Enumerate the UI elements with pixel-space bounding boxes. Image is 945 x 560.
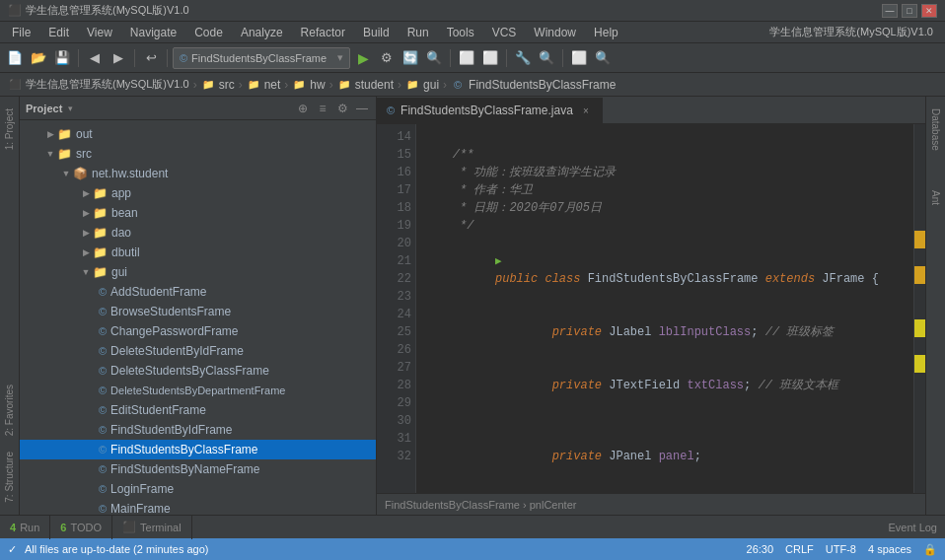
code-line-15: /** bbox=[424, 146, 906, 164]
side-tab-ant[interactable]: Ant bbox=[928, 182, 943, 213]
editor-tab[interactable]: © FindStudentsByClassFrame.java × bbox=[377, 98, 604, 123]
tree-item-MainFrame[interactable]: © MainFrame bbox=[20, 499, 376, 515]
code-content[interactable]: /** * 功能：按班级查询学生记录 * 作者：华卫 * 日期：2020年07月… bbox=[416, 124, 913, 493]
gutter-blank2 bbox=[914, 248, 925, 266]
code-footer: FindStudentsByClassFrame › pnlCenter bbox=[377, 493, 925, 515]
status-bar: ✓ All files are up-to-date (2 minutes ag… bbox=[0, 538, 945, 560]
gutter-blank3 bbox=[914, 284, 925, 319]
tree-item-ChangePasswordFrame[interactable]: © ChangePasswordFrame bbox=[20, 321, 376, 341]
close-btn[interactable]: ✕ bbox=[921, 4, 937, 18]
panel-settings-icon[interactable]: ⚙ bbox=[334, 101, 350, 116]
breadcrumb-student[interactable]: student bbox=[355, 78, 394, 92]
tree-item-FindStudentsByNameFrame[interactable]: © FindStudentsByNameFrame bbox=[20, 459, 376, 479]
tree-label: DeleteStudentsByClassFrame bbox=[110, 364, 269, 378]
tree-label: dbutil bbox=[111, 245, 140, 259]
tree-item-DeleteStudentsByClassFrame[interactable]: © DeleteStudentsByClassFrame bbox=[20, 361, 376, 381]
tree-item-DeleteStudentsByDepartmentFrame[interactable]: © DeleteStudentsByDepartmentFrame bbox=[20, 381, 376, 400]
menu-run[interactable]: Run bbox=[400, 24, 437, 41]
menu-navigate[interactable]: Navigate bbox=[122, 24, 184, 41]
menu-analyze[interactable]: Analyze bbox=[233, 24, 291, 41]
run-tab[interactable]: 4 Run bbox=[0, 516, 50, 539]
side-tab-project[interactable]: 1: Project bbox=[2, 101, 17, 158]
toolbar-back-btn[interactable]: ◀ bbox=[84, 47, 106, 69]
breadcrumb-sep5: › bbox=[398, 78, 401, 92]
tree-item-LoginFrame[interactable]: © LoginFrame bbox=[20, 479, 376, 499]
run-config-dropdown[interactable]: © FindStudentsByClassFrame ▾ bbox=[173, 47, 350, 69]
expand-icon: ▼ bbox=[79, 267, 93, 277]
tab-close-btn[interactable]: × bbox=[579, 104, 593, 117]
breadcrumb-gui[interactable]: gui bbox=[423, 78, 439, 92]
menu-refactor[interactable]: Refactor bbox=[293, 24, 353, 41]
menu-build[interactable]: Build bbox=[355, 24, 398, 41]
panel-collapse-icon[interactable]: ≡ bbox=[315, 101, 330, 116]
side-tabs-left: 1: Project 2: Favorites 7: Structure bbox=[0, 97, 20, 515]
menu-view[interactable]: View bbox=[79, 24, 120, 41]
type-span: JFrame { bbox=[822, 272, 879, 286]
toolbar-undo-btn[interactable]: ↩ bbox=[140, 47, 162, 69]
breadcrumb-net[interactable]: net bbox=[264, 78, 281, 92]
class-icon: © bbox=[99, 385, 107, 396]
class-icon: © bbox=[99, 404, 107, 416]
tree-item-BrowseStudentsFrame[interactable]: © BrowseStudentsFrame bbox=[20, 302, 376, 321]
code-area: 14 15 16 17 18 19 20 21 22 23 24 25 26 2… bbox=[377, 124, 925, 493]
side-tab-database[interactable]: Database bbox=[928, 101, 943, 159]
maximize-btn[interactable]: □ bbox=[902, 4, 917, 18]
tree-item-gui[interactable]: ▼ 📁 gui bbox=[20, 262, 376, 282]
breadcrumb-project[interactable]: 学生信息管理系统(MySQL版)V1.0 bbox=[26, 77, 189, 92]
expand-icon: ▶ bbox=[79, 247, 93, 257]
minimize-btn[interactable]: — bbox=[882, 4, 898, 18]
code-panel: © FindStudentsByClassFrame.java × 14 15 … bbox=[377, 97, 925, 515]
breadcrumb-class[interactable]: FindStudentsByClassFrame bbox=[469, 78, 616, 92]
todo-tab-label: TODO bbox=[70, 522, 102, 533]
breadcrumb-src[interactable]: src bbox=[219, 78, 235, 92]
todo-tab-num: 6 bbox=[60, 522, 66, 533]
panel-add-icon[interactable]: ⊕ bbox=[295, 101, 311, 116]
panel-close-icon[interactable]: — bbox=[354, 101, 370, 116]
toolbar-wrench-btn[interactable]: 🔧 bbox=[512, 47, 534, 69]
tree-label: BrowseStudentsFrame bbox=[110, 305, 231, 318]
tree-item-DeleteStudentByIdFrame[interactable]: © DeleteStudentByIdFrame bbox=[20, 341, 376, 361]
tree-item-src[interactable]: ▼ 📁 src bbox=[20, 144, 376, 164]
project-tree[interactable]: ▶ 📁 out ▼ 📁 src ▼ 📦 net.hw.student ▶ 📁 a… bbox=[20, 120, 376, 515]
menu-file[interactable]: File bbox=[4, 24, 38, 41]
run-btn[interactable]: ▶ bbox=[352, 47, 374, 69]
side-tab-structure[interactable]: 7: Structure bbox=[2, 444, 17, 511]
toolbar-new-btn[interactable]: 📄 bbox=[4, 47, 26, 69]
toolbar-btn3[interactable]: 🔄 bbox=[400, 47, 421, 69]
menu-app[interactable]: 学生信息管理系统(MySQL版)V1.0 bbox=[762, 23, 941, 41]
toolbar-btn8[interactable]: 🔍 bbox=[592, 47, 614, 69]
tree-item-dao[interactable]: ▶ 📁 dao bbox=[20, 223, 376, 243]
toolbar-btn7[interactable]: ⬜ bbox=[568, 47, 590, 69]
terminal-tab[interactable]: ⬛ Terminal bbox=[112, 516, 192, 539]
breadcrumb-student-icon: 📁 bbox=[337, 78, 351, 92]
tree-item-app[interactable]: ▶ 📁 app bbox=[20, 183, 376, 203]
toolbar-open-btn[interactable]: 📂 bbox=[28, 47, 49, 69]
menu-code[interactable]: Code bbox=[186, 24, 231, 41]
todo-tab[interactable]: 6 TODO bbox=[50, 516, 112, 539]
toolbar-fwd-btn[interactable]: ▶ bbox=[108, 47, 129, 69]
tree-item-AddStudentFrame[interactable]: © AddStudentFrame bbox=[20, 282, 376, 302]
tree-item-FindStudentByIdFrame[interactable]: © FindStudentByIdFrame bbox=[20, 420, 376, 440]
side-tab-favorites[interactable]: 2: Favorites bbox=[2, 377, 17, 444]
menu-tools[interactable]: Tools bbox=[439, 24, 482, 41]
toolbar-btn4[interactable]: 🔍 bbox=[423, 47, 445, 69]
tree-item-out[interactable]: ▶ 📁 out bbox=[20, 124, 376, 144]
tree-item-FindStudentsByClassFrame[interactable]: © FindStudentsByClassFrame bbox=[20, 440, 376, 459]
tree-item-bean[interactable]: ▶ 📁 bean bbox=[20, 203, 376, 223]
menu-edit[interactable]: Edit bbox=[40, 24, 77, 41]
tree-item-EditStudentFrame[interactable]: © EditStudentFrame bbox=[20, 400, 376, 420]
menu-window[interactable]: Window bbox=[526, 24, 584, 41]
toolbar-btn6[interactable]: ⬜ bbox=[479, 47, 501, 69]
menu-help[interactable]: Help bbox=[586, 24, 626, 41]
toolbar-btn5[interactable]: ⬜ bbox=[456, 47, 477, 69]
toolbar-search-btn[interactable]: 🔍 bbox=[536, 47, 557, 69]
breadcrumb-hw[interactable]: hw bbox=[310, 78, 325, 92]
tree-item-dbutil[interactable]: ▶ 📁 dbutil bbox=[20, 243, 376, 262]
menu-vcs[interactable]: VCS bbox=[484, 24, 525, 41]
right-gutter bbox=[913, 124, 925, 493]
toolbar-btn2[interactable]: ⚙ bbox=[376, 47, 398, 69]
toolbar-save-btn[interactable]: 💾 bbox=[51, 47, 73, 69]
event-log-label[interactable]: Event Log bbox=[888, 522, 937, 533]
bottom-right: Event Log bbox=[888, 522, 945, 533]
tree-item-package[interactable]: ▼ 📦 net.hw.student bbox=[20, 164, 376, 183]
